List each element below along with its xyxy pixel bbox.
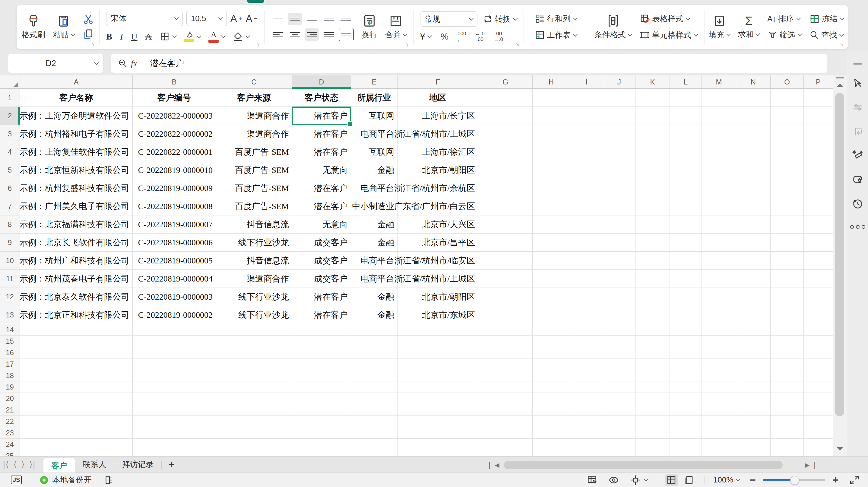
cell-N8[interactable] (736, 215, 771, 234)
reading-layout-icon[interactable] (586, 474, 598, 486)
cell-O24[interactable] (771, 439, 804, 450)
cell-L19[interactable] (670, 382, 702, 393)
cell-E17[interactable] (351, 359, 398, 370)
cell-N9[interactable] (736, 234, 771, 252)
cell-P16[interactable] (804, 347, 833, 359)
cell-G9[interactable] (478, 234, 533, 252)
cell-F13[interactable]: 北京市/东城区 (398, 306, 478, 324)
cell-J13[interactable] (603, 306, 636, 324)
sheet-tab-contacts[interactable]: 联系人 (75, 458, 114, 471)
cell-I20[interactable] (570, 393, 603, 404)
zoom-out-button[interactable]: − (750, 474, 756, 486)
cell-F23[interactable] (398, 427, 478, 439)
cell-M20[interactable] (702, 393, 736, 404)
increase-indent-button[interactable] (339, 13, 352, 25)
cell-E6[interactable]: 电商平台 (351, 179, 398, 197)
cell-K1[interactable] (636, 89, 670, 107)
cell-D16[interactable] (292, 347, 351, 359)
cell-F17[interactable] (398, 359, 478, 370)
cell-G15[interactable] (478, 336, 533, 347)
cell-J3[interactable] (603, 125, 636, 143)
cell-B11[interactable]: C-20220819-0000004 (133, 270, 216, 288)
cell-B15[interactable] (133, 336, 216, 347)
cell-G25[interactable] (478, 450, 533, 456)
cell-C14[interactable] (216, 324, 292, 336)
cell-F14[interactable] (398, 324, 478, 336)
cell-L5[interactable] (670, 161, 702, 179)
cell-F22[interactable] (398, 416, 478, 427)
cell-K17[interactable] (636, 359, 670, 370)
cell-K11[interactable] (636, 270, 670, 288)
cell-I16[interactable] (570, 347, 603, 359)
last-sheet-button[interactable]: ⟩| (29, 460, 36, 469)
cell-J22[interactable] (603, 416, 636, 427)
cell-M17[interactable] (702, 359, 736, 370)
cell-O20[interactable] (771, 393, 804, 404)
cell-L2[interactable] (670, 107, 702, 125)
cell-L14[interactable] (670, 324, 702, 336)
cell-N21[interactable] (736, 404, 771, 416)
column-header-I[interactable]: I (570, 75, 603, 89)
cell-F10[interactable]: 浙江省/杭州市/临安区 (398, 252, 478, 270)
cell-O5[interactable] (771, 161, 804, 179)
cell-G3[interactable] (478, 125, 533, 143)
cell-J14[interactable] (603, 324, 636, 336)
increase-decimal-button[interactable]: ←.0.00 (475, 31, 485, 42)
cell-N7[interactable] (736, 197, 771, 215)
row-header-2[interactable]: 2 (0, 107, 20, 125)
cell-A4[interactable]: 示例：上海复佳软件有限公司 (20, 143, 133, 161)
cell-K21[interactable] (636, 404, 670, 416)
eye-protection-icon[interactable] (608, 474, 619, 486)
cell-H14[interactable] (533, 324, 570, 336)
cell-E25[interactable] (351, 450, 398, 456)
cell-K9[interactable] (636, 234, 670, 252)
cell-P9[interactable] (804, 234, 833, 252)
cell-D22[interactable] (292, 416, 351, 427)
cell-O21[interactable] (771, 404, 804, 416)
cell-E21[interactable] (351, 404, 398, 416)
cell-F25[interactable] (398, 450, 478, 456)
cell-N25[interactable] (736, 450, 771, 456)
cell-P19[interactable] (804, 382, 833, 393)
column-header-E[interactable]: E (351, 75, 398, 89)
thousand-separator-button[interactable]: 000, (458, 31, 466, 42)
cell-H10[interactable] (533, 252, 570, 270)
cell-E11[interactable]: 电商平台 (351, 270, 398, 288)
cell-K25[interactable] (636, 450, 670, 456)
column-header-C[interactable]: C (216, 75, 292, 89)
cell-M14[interactable] (702, 324, 736, 336)
cell-H13[interactable] (533, 306, 570, 324)
cell-B22[interactable] (133, 416, 216, 427)
cell-I7[interactable] (570, 197, 603, 215)
cell-F18[interactable] (398, 370, 478, 382)
cell-M9[interactable] (702, 234, 736, 252)
paste-button[interactable]: 粘贴 (53, 14, 74, 40)
cell-H5[interactable] (533, 161, 570, 179)
cell-D25[interactable] (292, 450, 351, 456)
cell-B18[interactable] (133, 370, 216, 382)
history-clock-icon[interactable] (852, 198, 864, 210)
cell-A3[interactable]: 示例：杭州裕和电子有限公司 (20, 125, 133, 143)
sort-button[interactable]: A↓ 排序 (767, 13, 801, 24)
cell-P1[interactable] (804, 89, 833, 107)
cell-H11[interactable] (533, 270, 570, 288)
prev-sheet-button[interactable]: ⟨ (13, 460, 17, 469)
column-header-N[interactable]: N (736, 75, 771, 89)
cell-J18[interactable] (603, 370, 636, 382)
cell-D1[interactable]: 客户状态 (292, 89, 351, 107)
cell-O10[interactable] (771, 252, 804, 270)
cell-N15[interactable] (736, 336, 771, 347)
skin-theme-icon[interactable] (852, 174, 864, 186)
cell-C25[interactable] (216, 450, 292, 456)
cell-D13[interactable]: 潜在客户 (292, 306, 351, 324)
cell-P7[interactable] (804, 197, 833, 215)
cell-F4[interactable]: 上海市/徐汇区 (398, 143, 478, 161)
cell-A19[interactable] (20, 382, 133, 393)
cell-C2[interactable]: 渠道商合作 (216, 107, 292, 125)
cell-K3[interactable] (636, 125, 670, 143)
cell-I21[interactable] (570, 404, 603, 416)
currency-format-button[interactable]: ¥ (420, 31, 432, 42)
cell-J21[interactable] (603, 404, 636, 416)
fill-color-button[interactable] (184, 31, 200, 42)
cell-L25[interactable] (670, 450, 702, 456)
